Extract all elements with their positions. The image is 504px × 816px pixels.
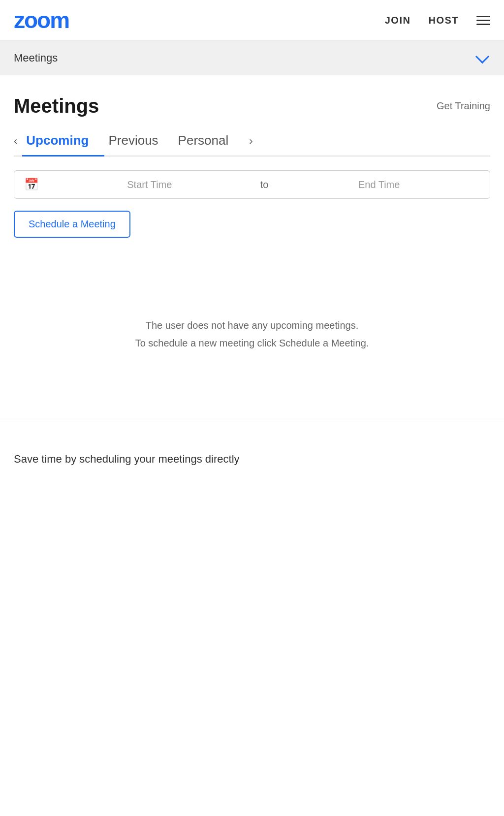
menu-icon[interactable] [476,16,490,25]
tab-arrow-right-icon[interactable]: › [244,135,252,154]
chevron-down-icon [475,50,489,63]
end-time-placeholder: End Time [278,179,480,190]
calendar-icon: 📅 [24,178,39,191]
empty-state-line1: The user does not have any upcoming meet… [33,316,471,334]
page-title: Meetings [14,95,99,117]
to-label: to [260,179,269,190]
meetings-dropdown-bar[interactable]: Meetings [0,41,504,75]
date-range-container[interactable]: 📅 Start Time to End Time [14,170,490,199]
header: zoom JOIN HOST [0,0,504,41]
main-content: Meetings Get Training ‹ Upcoming Previou… [0,75,504,421]
section-divider [0,421,504,421]
footer-text: Save time by scheduling your meetings di… [14,451,490,467]
tabs-container: ‹ Upcoming Previous Personal › [14,133,490,157]
tab-personal[interactable]: Personal [174,133,245,157]
footer-section: Save time by scheduling your meetings di… [0,437,504,467]
empty-state-line2: To schedule a new meeting click Schedule… [33,334,471,352]
meetings-bar-label: Meetings [14,52,58,64]
join-link[interactable]: JOIN [385,15,411,26]
start-time-placeholder: Start Time [49,179,251,190]
schedule-meeting-button[interactable]: Schedule a Meeting [14,211,130,238]
page-header: Meetings Get Training [14,95,490,117]
tab-previous[interactable]: Previous [104,133,174,157]
tab-upcoming[interactable]: Upcoming [22,133,104,157]
header-nav: JOIN HOST [385,15,490,26]
host-link[interactable]: HOST [428,15,459,26]
tab-arrow-left-icon[interactable]: ‹ [14,135,22,154]
get-training-link[interactable]: Get Training [437,100,490,112]
empty-state: The user does not have any upcoming meet… [14,257,490,421]
zoom-logo: zoom [14,9,69,31]
